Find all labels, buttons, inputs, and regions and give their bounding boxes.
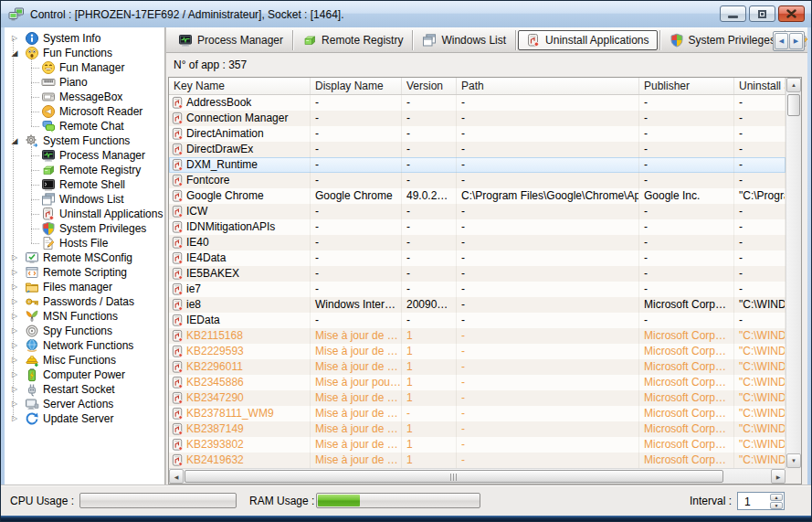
sidebar-item-messagebox[interactable]: MessageBox: [5, 90, 164, 104]
maximize-button[interactable]: [749, 5, 775, 22]
table-row[interactable]: DXM_Runtime-----: [169, 157, 786, 173]
sidebar-item-msn-functions[interactable]: ▷MSN Functions: [5, 309, 164, 324]
cell: -: [311, 142, 402, 157]
tab-system-privileges[interactable]: System Privileges: [662, 30, 783, 50]
table-row[interactable]: KB2419632Mise à jour de …1-Microsoft Cor…: [169, 453, 786, 468]
table-row[interactable]: IE4Data-----: [169, 250, 786, 266]
sidebar-item-system-privileges[interactable]: System Privileges: [5, 221, 164, 236]
window-title: Control : [PHROZEN-17EF692 / Administrat…: [30, 8, 343, 21]
tab-windows-list[interactable]: Windows List: [415, 30, 513, 50]
horizontal-scroll-thumb[interactable]: [185, 470, 723, 483]
sidebar-item-network-functions[interactable]: ▷Network Functions: [5, 338, 164, 353]
sidebar-item-remote-registry[interactable]: Remote Registry: [5, 163, 164, 177]
minimize-button[interactable]: [720, 5, 746, 22]
sidebar-item-update-server[interactable]: ▷Update Server: [5, 411, 164, 426]
sidebar-item-piano[interactable]: Piano: [5, 75, 164, 90]
horizontal-scrollbar[interactable]: [169, 468, 786, 484]
table-row[interactable]: KB2387149Mise à jour de …1-Microsoft Cor…: [169, 421, 786, 437]
sidebar-item-hosts-file[interactable]: Hosts File: [5, 236, 164, 250]
sidebar-item-server-actions[interactable]: ▷Server Actions: [5, 397, 164, 411]
table-row[interactable]: DirectDrawEx-----: [169, 142, 786, 157]
scroll-left-icon[interactable]: [169, 469, 184, 484]
tab-process-manager[interactable]: Process Manager: [171, 30, 290, 50]
tree-line: [31, 82, 39, 83]
scroll-right-icon[interactable]: [771, 469, 786, 484]
sidebar-item-misc-functions[interactable]: ▷Misc Functions: [5, 353, 164, 368]
table-row[interactable]: IEData-----: [169, 313, 786, 328]
table-row[interactable]: AddressBook-----: [169, 95, 786, 111]
column-header-uninstall-str[interactable]: Uninstall Str: [734, 78, 786, 94]
sidebar-item-fun-manager[interactable]: Fun Manager: [5, 60, 164, 75]
sidebar-item-spy-functions[interactable]: ▷Spy Functions: [5, 324, 164, 338]
collapse-arrow-icon[interactable]: ◢: [9, 46, 20, 60]
sidebar-item-files-manager[interactable]: ▷Files manager: [5, 280, 164, 294]
expand-arrow-icon[interactable]: ▷: [9, 382, 20, 397]
expand-arrow-icon[interactable]: ▷: [9, 397, 20, 411]
expand-arrow-icon[interactable]: ▷: [9, 411, 20, 426]
table-row[interactable]: KB2393802Mise à jour de …1-Microsoft Cor…: [169, 437, 786, 453]
sidebar-item-microsoft-reader[interactable]: Microsoft Reader: [5, 104, 164, 119]
sidebar-item-process-manager[interactable]: Process Manager: [5, 148, 164, 163]
expand-arrow-icon[interactable]: ▷: [9, 309, 20, 324]
sidebar-item-remote-msconfig[interactable]: ▷Remote MSConfig: [5, 250, 164, 265]
table-row[interactable]: ICW-----: [169, 204, 786, 219]
spinner-down-icon[interactable]: [770, 502, 783, 509]
interval-spinner[interactable]: 1: [737, 492, 785, 510]
table-row[interactable]: KB2345886Mise à jour pou…1-Microsoft Cor…: [169, 375, 786, 390]
column-header-version[interactable]: Version: [402, 78, 457, 94]
expand-arrow-icon[interactable]: ▷: [9, 280, 20, 294]
expand-arrow-icon[interactable]: ▷: [9, 368, 20, 382]
table-row[interactable]: Fontcore-----: [169, 173, 786, 188]
table-row[interactable]: KB2115168Mise à jour de …1-Microsoft Cor…: [169, 328, 786, 344]
collapse-arrow-icon[interactable]: ◢: [9, 133, 20, 148]
expand-arrow-icon[interactable]: ▷: [9, 265, 20, 280]
sidebar-item-restart-socket[interactable]: ▷Restart Socket: [5, 382, 164, 397]
control-window: Control : [PHROZEN-17EF692 / Administrat…: [0, 0, 812, 522]
table-row[interactable]: KB2378111_WM9Mise à jour de …--Microsoft…: [169, 406, 786, 421]
vertical-scroll-thumb[interactable]: [787, 94, 800, 116]
sidebar-item-remote-shell[interactable]: Remote Shell: [5, 177, 164, 192]
table-row[interactable]: KB2347290Mise à jour de …1-Microsoft Cor…: [169, 390, 786, 406]
column-header-key-name[interactable]: Key Name: [169, 78, 311, 94]
vertical-scrollbar[interactable]: [786, 78, 801, 468]
sidebar-item-windows-list[interactable]: Windows List: [5, 192, 164, 207]
spinner-up-icon[interactable]: [770, 494, 783, 501]
sidebar-item-remote-chat[interactable]: Remote Chat: [5, 119, 164, 133]
table-row[interactable]: Google ChromeGoogle Chrome49.0.2…C:\Prog…: [169, 188, 786, 204]
close-button[interactable]: [778, 5, 805, 22]
expand-arrow-icon[interactable]: ▷: [9, 338, 20, 353]
sidebar-item-passwords-datas[interactable]: ▷Passwords / Datas: [5, 294, 164, 309]
appitem-icon: [171, 345, 185, 358]
table-row[interactable]: ie8Windows Inter…20090…-Microsoft Corp…"…: [169, 297, 786, 313]
column-header-path[interactable]: Path: [457, 78, 639, 94]
table-row[interactable]: KB2296011Mise à jour de …1-Microsoft Cor…: [169, 359, 786, 375]
sidebar-item-system-functions[interactable]: ◢System Functions: [5, 133, 164, 148]
sidebar-item-fun-functions[interactable]: ◢Fun Functions: [5, 46, 164, 60]
expand-arrow-icon[interactable]: ▷: [9, 250, 20, 265]
column-header-display-name[interactable]: Display Name: [311, 78, 402, 94]
cell-text: Mise à jour de …: [315, 453, 398, 466]
table-row[interactable]: IE5BAKEX-----: [169, 266, 786, 282]
scroll-up-icon[interactable]: [786, 78, 801, 92]
table-row[interactable]: IE40-----: [169, 235, 786, 250]
table-row[interactable]: IDNMitigationAPIs-----: [169, 219, 786, 235]
tab-scroll-right-icon[interactable]: [789, 33, 803, 49]
tab-remote-registry[interactable]: Remote Registry: [295, 30, 410, 50]
tab-uninstall-applications[interactable]: Uninstall Applications: [518, 30, 657, 50]
table-row[interactable]: ie7-----: [169, 282, 786, 297]
expand-arrow-icon[interactable]: ▷: [9, 294, 20, 309]
table-row[interactable]: KB2229593Mise à jour de …1-Microsoft Cor…: [169, 344, 786, 359]
expand-arrow-icon[interactable]: ▷: [9, 31, 20, 46]
tab-scroll-left-icon[interactable]: [775, 33, 788, 49]
titlebar[interactable]: Control : [PHROZEN-17EF692 / Administrat…: [1, 1, 811, 27]
scroll-down-icon[interactable]: [786, 453, 801, 468]
expand-arrow-icon[interactable]: ▷: [9, 324, 20, 338]
sidebar-item-system-info[interactable]: ▷System Info: [5, 31, 164, 46]
sidebar-item-remote-scripting[interactable]: ▷Remote Scripting: [5, 265, 164, 280]
table-row[interactable]: DirectAnimation-----: [169, 126, 786, 142]
sidebar-item-uninstall-applications[interactable]: Uninstall Applications: [5, 207, 164, 221]
expand-arrow-icon[interactable]: ▷: [9, 353, 20, 368]
table-row[interactable]: Connection Manager-----: [169, 111, 786, 126]
column-header-publisher[interactable]: Publisher: [639, 78, 734, 94]
sidebar-item-computer-power[interactable]: ▷Computer Power: [5, 368, 164, 382]
